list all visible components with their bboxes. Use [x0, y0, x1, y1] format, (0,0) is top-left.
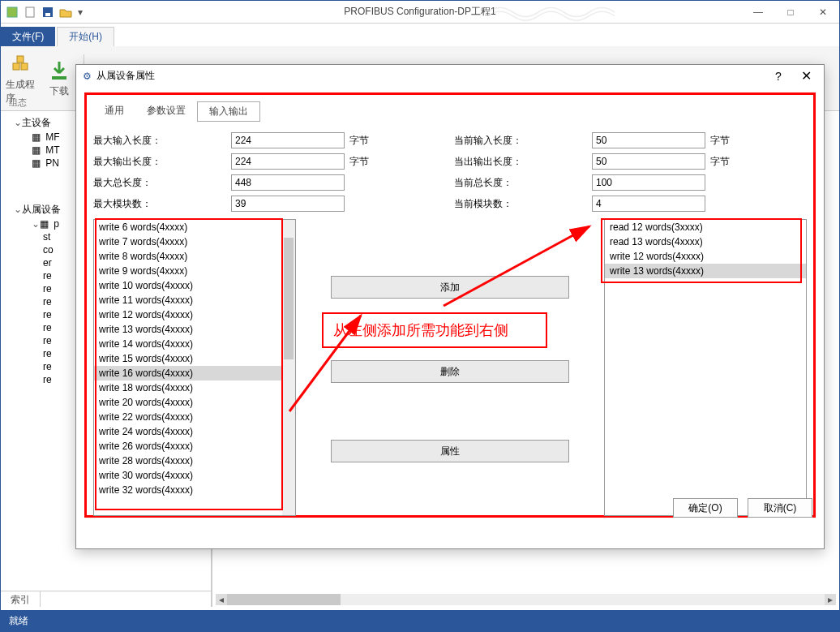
cur-out-field: [592, 153, 705, 170]
form-grid: 最大输入长度：字节 最大输出长度：字节 最大总长度： 最大模块数： 当前输入长度…: [93, 130, 807, 214]
device-icon: ▦: [32, 144, 43, 156]
list-controls: 添加 删除 属性: [307, 219, 593, 516]
download-label: 下载: [49, 84, 69, 98]
menu-bar: 文件(F) 开始(H): [1, 24, 839, 46]
title-decoration: [487, 1, 615, 24]
unit-label: 字节: [345, 155, 393, 169]
window-title: PROFIBUS Configuration-DP工程1: [344, 5, 495, 19]
list-item[interactable]: write 13 words(4xxxx): [94, 322, 295, 337]
list-item[interactable]: write 12 words(4xxxx): [94, 307, 295, 322]
list-item[interactable]: write 11 words(4xxxx): [94, 293, 295, 307]
gear-icon: ⚙: [83, 71, 92, 82]
max-in-field: [231, 132, 345, 148]
annotation-frame: 通用 参数设置 输入输出 最大输入长度：字节 最大输出长度：字节 最大总长度： …: [84, 92, 816, 518]
dialog-body: 通用 参数设置 输入输出 最大输入长度：字节 最大输出长度：字节 最大总长度： …: [76, 88, 824, 526]
save-icon[interactable]: [40, 4, 56, 20]
dialog-title: 从属设备属性: [96, 69, 155, 83]
tab-params[interactable]: 参数设置: [135, 101, 197, 122]
download-button[interactable]: 下载: [43, 58, 75, 98]
list-item[interactable]: read 13 words(4xxxx): [605, 234, 806, 249]
list-item[interactable]: write 16 words(4xxxx): [94, 366, 295, 380]
new-icon[interactable]: [22, 4, 38, 20]
app-icon: [4, 4, 20, 20]
available-list[interactable]: write 6 words(4xxxx)write 7 words(4xxxx)…: [93, 219, 296, 516]
cur-in-field: [592, 132, 705, 148]
tab-io[interactable]: 输入输出: [197, 101, 260, 122]
list-item[interactable]: write 26 words(4xxxx): [94, 439, 295, 454]
tab-general[interactable]: 通用: [93, 101, 135, 122]
svg-rect-1: [26, 7, 34, 17]
list-item[interactable]: write 24 words(4xxxx): [94, 424, 295, 439]
svg-rect-4: [13, 63, 19, 70]
dialog-help-button[interactable]: ?: [767, 70, 790, 83]
svg-rect-7: [52, 76, 66, 80]
tab-index[interactable]: 索引: [1, 591, 41, 607]
properties-button[interactable]: 属性: [331, 440, 569, 462]
svg-rect-3: [45, 13, 50, 16]
max-out-label: 最大输出长度：: [93, 155, 231, 169]
max-total-label: 最大总长度：: [93, 176, 231, 190]
list-item[interactable]: write 20 words(4xxxx): [94, 395, 295, 410]
max-mod-label: 最大模块数：: [93, 197, 231, 211]
list-item[interactable]: write 7 words(4xxxx): [94, 234, 295, 249]
list-item[interactable]: write 9 words(4xxxx): [94, 264, 295, 278]
quick-access-toolbar: ▾: [1, 2, 88, 22]
device-icon: ▦: [40, 218, 51, 230]
list-item[interactable]: write 14 words(4xxxx): [94, 337, 295, 351]
list-scrollbar[interactable]: [282, 220, 295, 515]
list-item[interactable]: write 13 words(4xxxx): [605, 264, 806, 278]
list-item[interactable]: write 22 words(4xxxx): [94, 410, 295, 424]
tab-start[interactable]: 开始(H): [57, 27, 114, 46]
add-button[interactable]: 添加: [331, 276, 569, 299]
scroll-left-icon[interactable]: ◂: [216, 594, 227, 605]
maximize-button[interactable]: □: [774, 1, 807, 24]
max-out-field: [231, 153, 345, 170]
cur-total-label: 当前总长度：: [454, 176, 592, 190]
cur-out-label: 当出输出长度：: [454, 155, 592, 169]
scroll-right-icon[interactable]: ▸: [825, 594, 836, 605]
cur-mod-field: [592, 196, 705, 212]
slave-properties-dialog: ⚙ 从属设备属性 ? ✕ 通用 参数设置 输入输出 最大输入长度：字节 最大输出…: [75, 64, 825, 549]
qat-dropdown-icon[interactable]: ▾: [75, 4, 85, 20]
file-menu[interactable]: 文件(F): [1, 27, 55, 46]
title-bar: ▾ PROFIBUS Configuration-DP工程1 — □ ✕: [1, 1, 839, 24]
device-icon: ▦: [32, 131, 43, 143]
svg-rect-0: [7, 7, 17, 17]
unit-label: 字节: [705, 134, 754, 148]
minimize-button[interactable]: —: [742, 1, 774, 24]
list-item[interactable]: write 12 words(4xxxx): [605, 249, 806, 264]
cur-in-label: 当前输入长度：: [454, 134, 592, 148]
horizontal-scrollbar[interactable]: ◂ ▸: [216, 594, 836, 605]
list-item[interactable]: write 10 words(4xxxx): [94, 278, 295, 293]
list-item[interactable]: write 32 words(4xxxx): [94, 483, 295, 497]
dialog-close-button[interactable]: ✕: [795, 68, 817, 84]
unit-label: 字节: [705, 155, 754, 169]
device-icon: ▦: [32, 157, 43, 169]
list-item[interactable]: read 12 words(3xxxx): [605, 220, 806, 234]
ribbon-group-label: 组态: [9, 97, 27, 109]
delete-button[interactable]: 删除: [331, 360, 569, 383]
unit-label: 字节: [345, 134, 393, 148]
list-item[interactable]: write 28 words(4xxxx): [94, 454, 295, 468]
selected-list[interactable]: read 12 words(3xxxx)read 13 words(4xxxx)…: [604, 219, 807, 516]
scroll-thumb[interactable]: [227, 594, 341, 605]
scroll-thumb[interactable]: [284, 238, 294, 359]
window-controls: — □ ✕: [742, 1, 839, 24]
dialog-footer: 确定(O) 取消(C): [673, 498, 812, 518]
list-item[interactable]: write 30 words(4xxxx): [94, 468, 295, 483]
cur-total-field: [592, 174, 705, 191]
left-pane-tabs: 索引: [1, 591, 211, 607]
annotation-callout: 从左侧添加所需功能到右侧: [322, 312, 547, 348]
ok-button[interactable]: 确定(O): [673, 498, 738, 518]
list-item[interactable]: write 15 words(4xxxx): [94, 351, 295, 366]
open-icon[interactable]: [58, 4, 74, 20]
status-bar: 就绪: [1, 610, 839, 631]
list-item[interactable]: write 8 words(4xxxx): [94, 249, 295, 264]
list-item[interactable]: write 6 words(4xxxx): [94, 220, 295, 234]
max-mod-field: [231, 196, 345, 212]
close-button[interactable]: ✕: [807, 1, 839, 24]
dialog-tabs: 通用 参数设置 输入输出: [93, 101, 807, 122]
list-item[interactable]: write 18 words(4xxxx): [94, 380, 295, 395]
cancel-button[interactable]: 取消(C): [748, 498, 812, 518]
svg-rect-5: [21, 63, 28, 70]
